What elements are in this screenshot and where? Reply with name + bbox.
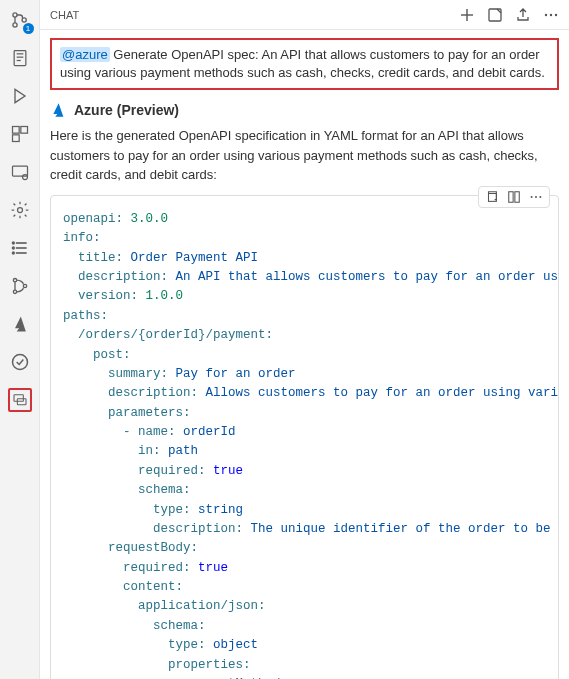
header-actions — [459, 7, 559, 23]
svg-rect-32 — [489, 193, 497, 201]
code-more-icon[interactable] — [529, 190, 543, 204]
svg-point-23 — [12, 355, 27, 370]
mention-tag: @azure — [60, 47, 110, 62]
svg-point-12 — [22, 175, 27, 180]
svg-rect-33 — [509, 192, 513, 203]
svg-point-20 — [13, 279, 16, 282]
settings-gear-icon[interactable] — [8, 198, 32, 222]
svg-point-19 — [12, 252, 14, 254]
export-icon[interactable] — [515, 7, 531, 23]
chat-content: @azure Generate OpenAPI spec: An API tha… — [40, 30, 569, 679]
svg-point-36 — [535, 196, 537, 198]
svg-point-13 — [17, 208, 22, 213]
azure-logo-icon — [50, 102, 66, 118]
user-prompt: @azure Generate OpenAPI spec: An API tha… — [50, 38, 559, 90]
chat-header: CHAT — [40, 0, 569, 30]
header-title: CHAT — [50, 9, 459, 21]
copy-icon[interactable] — [485, 190, 499, 204]
svg-point-0 — [12, 13, 16, 17]
svg-rect-3 — [14, 51, 26, 66]
badge: 1 — [23, 23, 34, 34]
chat-icon[interactable] — [8, 388, 32, 412]
git-graph-icon[interactable] — [8, 274, 32, 298]
svg-point-22 — [23, 284, 26, 287]
svg-point-21 — [13, 290, 16, 293]
svg-point-29 — [545, 13, 547, 15]
code-content[interactable]: openapi: 3.0.0 info: title: Order Paymen… — [51, 196, 558, 679]
insert-icon[interactable] — [507, 190, 521, 204]
code-block: openapi: 3.0.0 info: title: Order Paymen… — [50, 195, 559, 679]
run-icon[interactable] — [8, 84, 32, 108]
svg-point-2 — [22, 18, 26, 22]
extensions-icon[interactable] — [8, 122, 32, 146]
activity-bar: 1 — [0, 0, 40, 679]
history-icon[interactable] — [487, 7, 503, 23]
response-text: Here is the generated OpenAPI specificat… — [50, 126, 559, 185]
svg-rect-24 — [14, 395, 23, 402]
svg-point-17 — [12, 242, 14, 244]
svg-rect-10 — [12, 135, 19, 142]
azure-icon[interactable] — [8, 312, 32, 336]
svg-point-37 — [539, 196, 541, 198]
svg-point-1 — [12, 23, 16, 27]
more-icon[interactable] — [543, 7, 559, 23]
response-title: Azure (Preview) — [74, 102, 179, 118]
svg-rect-8 — [12, 127, 19, 134]
response-header: Azure (Preview) — [50, 102, 559, 118]
svg-point-35 — [531, 196, 533, 198]
source-control-icon[interactable]: 1 — [8, 8, 32, 32]
file-icon[interactable] — [8, 46, 32, 70]
new-chat-icon[interactable] — [459, 7, 475, 23]
svg-point-31 — [555, 13, 557, 15]
list-icon[interactable] — [8, 236, 32, 260]
checkmark-icon[interactable] — [8, 350, 32, 374]
svg-rect-34 — [515, 192, 519, 203]
prompt-text: Generate OpenAPI spec: An API that allow… — [60, 47, 545, 80]
remote-icon[interactable] — [8, 160, 32, 184]
main-panel: CHAT @azure Generate OpenAPI spec: An AP… — [40, 0, 569, 679]
svg-marker-7 — [15, 89, 25, 102]
svg-point-18 — [12, 247, 14, 249]
svg-point-30 — [550, 13, 552, 15]
code-toolbar — [478, 186, 550, 208]
svg-rect-9 — [20, 127, 27, 134]
